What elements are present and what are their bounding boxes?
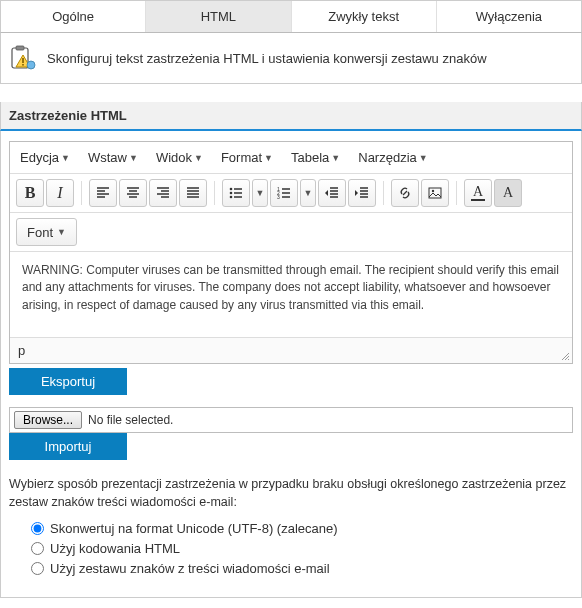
align-justify-button[interactable] [179,179,207,207]
toolbar-separator [383,181,384,205]
menu-edit-label: Edycja [20,150,59,165]
svg-rect-1 [16,46,24,50]
radio-html-encoding-label: Użyj kodowania HTML [50,541,180,556]
svg-rect-12 [429,188,441,198]
radio-body-charset-input[interactable] [31,562,44,575]
align-center-button[interactable] [119,179,147,207]
bullet-list-menu-button[interactable]: ▼ [252,179,268,207]
menu-insert-label: Wstaw [88,150,127,165]
svg-text:3: 3 [277,194,280,200]
text-color-button[interactable]: A [464,179,492,207]
tab-html[interactable]: HTML [146,1,291,32]
toolbar-separator [214,181,215,205]
editor-content[interactable]: WARNING: Computer viruses can be transmi… [10,252,572,337]
editor-section: Edycja▼ Wstaw▼ Widok▼ Format▼ Tabela▼ Na… [0,131,582,598]
menu-tools[interactable]: Narzędzia▼ [358,150,427,165]
caret-icon: ▼ [419,153,428,163]
font-toolbar: Font▼ [10,213,572,252]
info-text: Skonfiguruj tekst zastrzeżenia HTML i us… [47,51,487,66]
bullet-list-button[interactable] [222,179,250,207]
menu-insert[interactable]: Wstaw▼ [88,150,138,165]
svg-point-5 [27,61,35,69]
numbered-list-button[interactable]: 123 [270,179,298,207]
file-picker: Browse... No file selected. [9,407,573,433]
outdent-button[interactable] [318,179,346,207]
caret-icon: ▼ [194,153,203,163]
menu-view[interactable]: Widok▼ [156,150,203,165]
font-label: Font [27,225,53,240]
section-title: Zastrzeżenie HTML [0,102,582,131]
radio-utf8-input[interactable] [31,522,44,535]
align-right-button[interactable] [149,179,177,207]
import-button[interactable]: Importuj [9,433,127,460]
editor-menubar: Edycja▼ Wstaw▼ Widok▼ Format▼ Tabela▼ Na… [10,142,572,174]
link-button[interactable] [391,179,419,207]
svg-rect-4 [22,64,24,66]
menu-format-label: Format [221,150,262,165]
svg-point-6 [230,188,233,191]
menu-view-label: Widok [156,150,192,165]
caret-icon: ▼ [264,153,273,163]
indent-button[interactable] [348,179,376,207]
clipboard-warning-icon [9,45,37,71]
radio-body-charset[interactable]: Użyj zestawu znaków z treści wiadomości … [31,561,573,576]
radio-html-encoding-input[interactable] [31,542,44,555]
info-banner: Skonfiguruj tekst zastrzeżenia HTML i us… [0,33,582,84]
numbered-list-menu-button[interactable]: ▼ [300,179,316,207]
align-left-button[interactable] [89,179,117,207]
menu-table-label: Tabela [291,150,329,165]
svg-point-7 [230,192,233,195]
file-status-label: No file selected. [88,413,173,427]
caret-icon: ▼ [331,153,340,163]
radio-utf8[interactable]: Skonwertuj na format Unicode (UTF-8) (za… [31,521,573,536]
editor-toolbar: B I ▼ 123 ▼ [10,174,572,213]
image-button[interactable] [421,179,449,207]
toolbar-separator [456,181,457,205]
tab-general[interactable]: Ogólne [1,1,146,32]
charset-radio-group: Skonwertuj na format Unicode (UTF-8) (za… [9,521,573,576]
tab-bar: Ogólne HTML Zwykły tekst Wyłączenia [0,0,582,33]
browse-button[interactable]: Browse... [14,411,82,429]
font-select[interactable]: Font▼ [16,218,77,246]
radio-utf8-label: Skonwertuj na format Unicode (UTF-8) (za… [50,521,338,536]
element-path[interactable]: p [18,343,25,358]
menu-tools-label: Narzędzia [358,150,417,165]
toolbar-separator [81,181,82,205]
radio-body-charset-label: Użyj zestawu znaków z treści wiadomości … [50,561,330,576]
caret-icon: ▼ [256,188,265,198]
italic-button[interactable]: I [46,179,74,207]
tab-exclusions[interactable]: Wyłączenia [437,1,581,32]
caret-icon: ▼ [57,227,66,237]
svg-point-8 [230,196,233,199]
background-color-button[interactable]: A [494,179,522,207]
rich-text-editor: Edycja▼ Wstaw▼ Widok▼ Format▼ Tabela▼ Na… [9,141,573,364]
resize-grip-icon[interactable] [558,349,570,361]
editor-statusbar: p [10,337,572,363]
export-button[interactable]: Eksportuj [9,368,127,395]
svg-point-13 [432,190,434,192]
caret-icon: ▼ [129,153,138,163]
svg-rect-3 [22,58,24,63]
charset-help-text: Wybierz sposób prezentacji zastrzeżenia … [9,476,573,511]
radio-html-encoding[interactable]: Użyj kodowania HTML [31,541,573,556]
caret-icon: ▼ [61,153,70,163]
caret-icon: ▼ [304,188,313,198]
bold-button[interactable]: B [16,179,44,207]
menu-format[interactable]: Format▼ [221,150,273,165]
tab-plain-text[interactable]: Zwykły tekst [292,1,437,32]
menu-table[interactable]: Tabela▼ [291,150,340,165]
menu-edit[interactable]: Edycja▼ [20,150,70,165]
